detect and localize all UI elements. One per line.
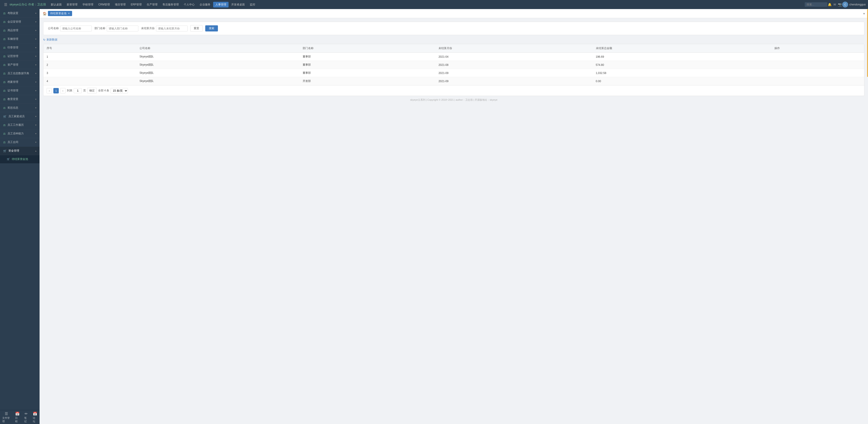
nav-developer[interactable]: 开发者桌面 xyxy=(229,2,247,7)
col-operation: 操作 xyxy=(771,44,864,53)
home-icon[interactable]: 🏠 xyxy=(43,12,46,16)
total-count: 全部 4 条 xyxy=(98,89,109,92)
bottom-bar: ☰ 文件管理 📅 日程 ✏ 笔记 📅 论坛 xyxy=(0,410,39,424)
sidebar-item-pending-fund[interactable]: 🛒 待结算资金池 xyxy=(0,155,39,163)
balance-icon-4: ⚖ xyxy=(3,37,6,41)
cart-icon-3: 🛒 xyxy=(7,158,10,161)
chevron-down-icon-10: ▾ xyxy=(35,89,36,92)
balance-icon-14: ⚖ xyxy=(3,132,6,135)
page-1-button[interactable]: 1 xyxy=(53,88,59,93)
page-number-input[interactable] xyxy=(74,88,82,93)
top-icons: 🔔 ✉ 📷 xyxy=(828,3,842,6)
sidebar-item-license[interactable]: ⚖ 证照管理 ▾ xyxy=(0,52,39,61)
menu-icon[interactable]: ☰ xyxy=(2,2,9,8)
col-amount: 未结算总金额 xyxy=(593,44,771,53)
sidebar-item-seal[interactable]: ⚖ 印章管理 ▾ xyxy=(0,44,39,52)
sidebar-item-contract[interactable]: ⚖ 员工合同 ▾ xyxy=(0,138,39,147)
dept-input[interactable] xyxy=(107,26,138,31)
nav-personal[interactable]: 个人中心 xyxy=(182,2,197,7)
tab-close-button[interactable]: ✕ xyxy=(68,12,70,15)
company-label: 公司名称 xyxy=(48,26,59,30)
sidebar-item-certificate[interactable]: ⚖ 证书管理 ▾ xyxy=(0,86,39,95)
nav-hr[interactable]: 人事管理 xyxy=(213,2,228,7)
nav-aftersales[interactable]: 售后服务管理 xyxy=(160,2,181,7)
page-confirm-button[interactable]: 确定 xyxy=(87,88,97,93)
pagination: ‹ 1 › 到第 页 确定 全部 4 条 15 条/页 30 条/页 50 条/… xyxy=(43,85,864,96)
chevron-down-icon-5: ▾ xyxy=(35,47,36,49)
sidebar-item-family[interactable]: 🛒 员工家庭成员 ▾ xyxy=(0,112,39,121)
notification-icon[interactable]: 🔔 xyxy=(828,3,832,6)
chevron-down-icon-9: ▾ xyxy=(35,81,36,83)
chevron-down-icon-13: ▾ xyxy=(35,115,36,118)
main-content: 🏠 待结算资金池 ✕ ▾ 公司名称 部门名称 xyxy=(39,9,868,424)
top-search-input[interactable] xyxy=(805,2,827,7)
balance-icon-12: ⚖ xyxy=(3,106,6,110)
refresh-bar[interactable]: ↻ 刷新数据 xyxy=(43,38,864,41)
col-dept: 部门名称 xyxy=(300,44,435,53)
sidebar-item-language[interactable]: ⚖ 员工语种能力 ▾ xyxy=(0,130,39,138)
sidebar-item-rewards[interactable]: ⚖ 奖惩信息 ▾ xyxy=(0,104,39,112)
chevron-down-icon-16: ▾ xyxy=(35,141,36,143)
sidebar-item-archives[interactable]: ⚖ 档案管理 ▾ xyxy=(0,78,39,86)
chevron-down-icon-11: ▾ xyxy=(35,98,36,101)
balance-icon-11: ⚖ xyxy=(3,98,6,101)
reset-button[interactable]: 重置 xyxy=(190,25,203,32)
chevron-down-icon-15: ▾ xyxy=(35,132,36,135)
sidebar-item-fund-management[interactable]: 🛒 资金管理 ▴ xyxy=(0,147,39,155)
sidebar-item-attendance[interactable]: ⚖ 考勤设置 ▾ xyxy=(0,9,39,18)
table-row: 4Skyeye团队开发部2021-090.00 xyxy=(43,77,864,85)
sidebar-item-work-history[interactable]: ⚖ 员工工作履历 ▾ xyxy=(0,121,39,130)
nav-project[interactable]: 项目管理 xyxy=(113,2,128,7)
sidebar-item-vehicle[interactable]: ⚖ 车辆管理 ▾ xyxy=(0,35,39,44)
balance-icon-7: ⚖ xyxy=(3,63,6,66)
page-label: 页 xyxy=(83,89,86,92)
refresh-icon: ↻ xyxy=(43,38,45,41)
pencil-icon: ✏ xyxy=(25,412,28,416)
balance-icon-15: ⚖ xyxy=(3,141,6,144)
chevron-down-icon: ▾ xyxy=(35,12,36,15)
search-button[interactable]: 搜索 xyxy=(205,25,218,31)
next-page-button[interactable]: › xyxy=(60,88,66,93)
balance-icon-8: ⚖ xyxy=(3,72,6,75)
nav-enterprise[interactable]: 企业服务 xyxy=(197,2,213,7)
per-page-select[interactable]: 15 条/页 30 条/页 50 条/页 xyxy=(111,88,128,93)
bottom-bar-notes[interactable]: ✏ 笔记 xyxy=(22,412,31,423)
balance-icon-13: ⚖ xyxy=(3,123,6,127)
camera-icon[interactable]: 📷 xyxy=(838,3,842,6)
nav-crm[interactable]: CRM管理 xyxy=(96,2,112,7)
sidebar-item-assets[interactable]: ⚖ 资产管理 ▾ xyxy=(0,61,39,69)
sidebar: ⚖ 考勤设置 ▾ ⚖ 会议室管理 ▾ ⚖ 用品管理 ▾ ⚖ 车辆管理 ▾ ⚖ 印… xyxy=(0,9,39,424)
footer-text: skyeye云系列 | Copyright © 2018~2021 | auth… xyxy=(410,98,497,101)
content-area: 公司名称 部门名称 未结算月份 重置 搜索 ↻ 刷新数据 xyxy=(39,18,868,424)
active-tab-tag[interactable]: 待结算资金池 ✕ xyxy=(48,11,72,16)
company-input[interactable] xyxy=(60,26,92,31)
user-info[interactable]: C chendongguo xyxy=(842,2,866,7)
nav-default-desktop[interactable]: 默认桌面 xyxy=(49,2,64,7)
message-icon[interactable]: ✉ xyxy=(833,3,836,6)
top-navigation: ☰ skyeye云办公 作者：卫志强 默认桌面 薪资管理 学校管理 CRM管理 … xyxy=(0,0,868,9)
bottom-bar-forum[interactable]: 📅 论坛 xyxy=(31,412,39,423)
col-company: 公司名称 xyxy=(136,44,300,53)
balance-icon-6: ⚖ xyxy=(3,55,6,58)
sidebar-item-employee-dict[interactable]: ⚖ 员工信息数据字典 ▾ xyxy=(0,69,39,78)
table-body: 1Skyeye团队董事部2021-04196.692Skyeye团队董事部202… xyxy=(43,53,864,85)
bottom-bar-schedule[interactable]: 📅 日程 xyxy=(13,412,22,423)
bottom-bar-files[interactable]: ☰ 文件管理 xyxy=(0,412,13,423)
chevron-down-icon-3: ▾ xyxy=(35,29,36,32)
expand-icon[interactable]: ▾ xyxy=(863,12,865,16)
sidebar-item-supplies[interactable]: ⚖ 用品管理 ▾ xyxy=(0,26,39,35)
nav-monitor[interactable]: 监控 xyxy=(248,2,257,7)
sidebar-item-meeting[interactable]: ⚖ 会议室管理 ▾ xyxy=(0,18,39,26)
table-row: 1Skyeye团队董事部2021-04196.69 xyxy=(43,53,864,61)
balance-icon: ⚖ xyxy=(3,12,6,15)
month-input[interactable] xyxy=(156,26,188,31)
goto-label: 到第 xyxy=(67,89,72,92)
nav-salary[interactable]: 薪资管理 xyxy=(64,2,80,7)
prev-page-button[interactable]: ‹ xyxy=(46,88,52,93)
sidebar-item-education[interactable]: ⚖ 教育背景 ▾ xyxy=(0,95,39,104)
chevron-down-icon-8: ▾ xyxy=(35,72,36,75)
nav-production[interactable]: 生产管理 xyxy=(145,2,160,7)
chevron-down-icon-7: ▾ xyxy=(35,63,36,66)
nav-school[interactable]: 学校管理 xyxy=(80,2,96,7)
nav-erp[interactable]: ERP管理 xyxy=(128,2,144,7)
